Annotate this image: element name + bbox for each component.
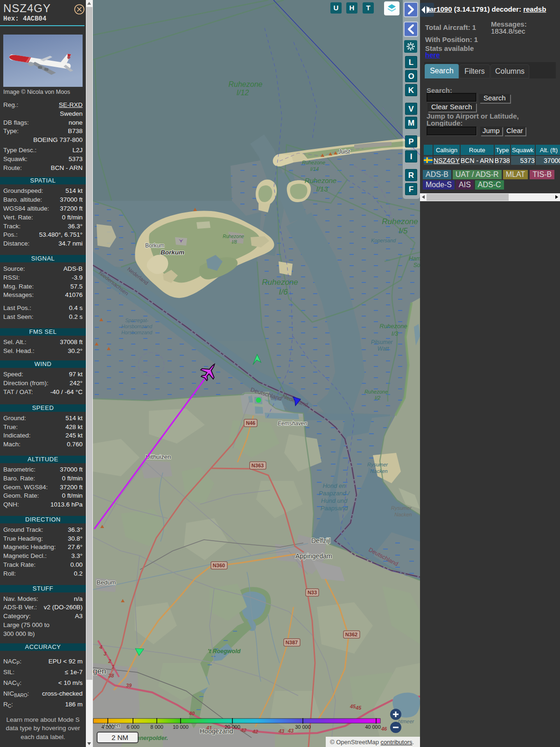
svg-text:Kopersand: Kopersand	[371, 238, 396, 243]
svg-text:N363: N363	[252, 463, 264, 468]
svg-text:I/13: I/13	[316, 185, 328, 193]
svg-text:Borkum: Borkum	[161, 249, 184, 256]
svg-text:Ruhezone: Ruhezone	[364, 389, 388, 395]
svg-text:30 000: 30 000	[295, 724, 311, 730]
svg-text:gen: gen	[93, 667, 106, 676]
svg-text:Juist: Juist	[338, 148, 350, 155]
svg-text:6 000: 6 000	[126, 724, 140, 730]
svg-text:N360: N360	[213, 563, 225, 568]
svg-text:Eemshaven: Eemshaven	[278, 420, 308, 427]
svg-text:Borkum: Borkum	[145, 242, 164, 249]
svg-text:Hund und: Hund und	[321, 497, 348, 504]
svg-text:Nacken: Nacken	[394, 512, 412, 517]
svg-text:Sparregat-: Sparregat-	[125, 317, 148, 323]
svg-text:Bedum: Bedum	[97, 579, 116, 586]
svg-text:Ruhezone: Ruhezone	[262, 278, 298, 287]
svg-text:Ruhezone: Ruhezone	[302, 160, 325, 165]
svg-text:So: So	[413, 262, 420, 268]
svg-text:3: 3	[104, 651, 106, 656]
svg-text:Horsbornzand: Horsbornzand	[121, 324, 153, 329]
svg-text:btmeer: btmeer	[398, 719, 415, 724]
svg-text:40: 40	[189, 711, 195, 716]
svg-text:I/3: I/3	[392, 330, 399, 337]
svg-text:46: 46	[381, 726, 387, 732]
svg-text:I/8: I/8	[231, 240, 237, 245]
svg-text:10 000: 10 000	[173, 724, 189, 730]
svg-text:Ruhezone: Ruhezone	[305, 176, 336, 184]
svg-text:Watt: Watt	[378, 345, 389, 352]
svg-text:Pilsumer: Pilsumer	[371, 339, 393, 345]
svg-text:43: 43	[278, 728, 284, 734]
svg-text:N362: N362	[345, 632, 357, 637]
svg-text:2 NM: 2 NM	[112, 733, 128, 741]
svg-text:40 000: 40 000	[365, 724, 381, 730]
svg-text:1: 1	[112, 664, 114, 669]
svg-text:Rysumer: Rysumer	[391, 505, 412, 511]
svg-text:Ruhezone: Ruhezone	[229, 80, 263, 88]
svg-text:38: 38	[108, 673, 114, 678]
svg-text:42: 42	[240, 727, 246, 733]
svg-text:'t Roegwold: 't Roegwold	[208, 648, 241, 655]
svg-text:Hond en: Hond en	[322, 482, 345, 489]
svg-text:Ruhezone: Ruhezone	[382, 217, 418, 226]
svg-text:4: 4	[99, 644, 102, 650]
svg-text:45: 45	[355, 705, 362, 711]
svg-text:N46: N46	[246, 420, 255, 426]
svg-text:43: 43	[287, 728, 294, 733]
svg-text:Ruhezone: Ruhezone	[223, 234, 244, 239]
svg-text:Ham: Ham	[409, 255, 420, 262]
svg-text:20 000: 20 000	[224, 724, 240, 730]
svg-text:Appingedam: Appingedam	[295, 552, 332, 560]
svg-text:8 000: 8 000	[150, 724, 163, 730]
svg-text:nnerpolder.: nnerpolder.	[136, 735, 168, 741]
svg-text:Ruhezone: Ruhezone	[379, 323, 407, 330]
svg-text:Nacken: Nacken	[370, 468, 387, 474]
svg-text:4 000: 4 000	[101, 724, 114, 730]
svg-text:I/6: I/6	[279, 288, 288, 296]
svg-text:Paapsand: Paapsand	[321, 505, 348, 512]
svg-text:Horsbornzand: Horsbornzand	[121, 330, 153, 335]
svg-text:Rysumer: Rysumer	[367, 462, 388, 467]
svg-text:© OpenStreetMap contributors.: © OpenStreetMap contributors.	[330, 739, 414, 746]
svg-text:I/14: I/14	[310, 166, 319, 172]
svg-text:39: 39	[126, 683, 132, 688]
svg-text:N387: N387	[286, 640, 298, 645]
svg-text:N33: N33	[308, 590, 317, 595]
svg-text:2: 2	[108, 658, 111, 664]
svg-text:Delfzijl: Delfzijl	[311, 537, 330, 544]
svg-text:42: 42	[252, 729, 258, 734]
svg-text:I/12: I/12	[237, 89, 249, 97]
svg-text:I/2: I/2	[375, 395, 380, 401]
svg-text:Paapzand /: Paapzand /	[319, 490, 350, 497]
svg-text:I/5: I/5	[399, 226, 408, 235]
svg-text:45: 45	[350, 704, 356, 709]
